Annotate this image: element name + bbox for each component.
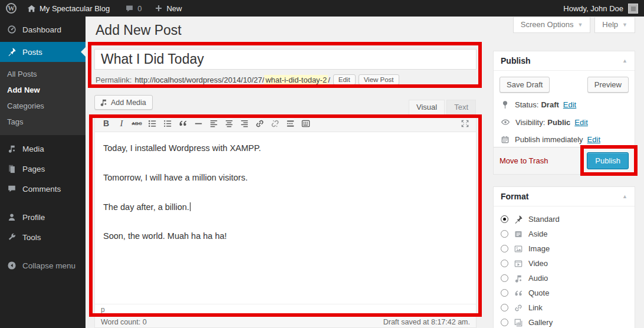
sidebar-item-label: Posts <box>22 48 42 57</box>
horizontal-rule-button[interactable] <box>190 116 206 130</box>
format-metabox-header[interactable]: Format ▲ <box>494 187 635 206</box>
sidebar-item-tools[interactable]: Tools <box>0 227 86 247</box>
word-count: Word count: 0 <box>101 318 147 326</box>
preview-button[interactable]: Preview <box>587 77 629 93</box>
collapse-menu-button[interactable]: Collapse menu <box>0 255 86 275</box>
read-more-button[interactable] <box>282 116 298 130</box>
publish-button[interactable]: Publish <box>587 152 629 169</box>
word-count-value: 0 <box>143 318 147 326</box>
admin-menu: Dashboard Posts All Posts Add New Catego… <box>0 17 86 328</box>
sidebar-item-posts[interactable]: Posts <box>0 42 86 62</box>
fullscreen-icon[interactable] <box>457 116 472 130</box>
site-name-link[interactable]: My Spectacular Blog <box>22 0 115 17</box>
format-option-standard[interactable]: Standard <box>501 212 627 227</box>
radio-gallery[interactable] <box>501 319 508 326</box>
wp-logo-menu[interactable]: W <box>0 0 22 17</box>
strikethrough-button[interactable]: ABC <box>129 116 144 130</box>
sidebar-item-label: Media <box>22 145 44 153</box>
move-to-trash-link[interactable]: Move to Trash <box>500 156 548 165</box>
comments-bubble-icon <box>125 4 134 13</box>
editor-paragraph: Today, I installed Wordpress with XAMPP. <box>103 142 468 155</box>
editor-element-path[interactable]: p <box>95 304 476 316</box>
format-option-label: Image <box>528 244 550 253</box>
insert-link-button[interactable] <box>252 116 267 130</box>
wordpress-add-new-post-screen: W My Spectacular Blog 0 New Howdy, John … <box>0 0 644 328</box>
radio-standard[interactable] <box>501 215 508 223</box>
publish-metabox-header[interactable]: Publish ▲ <box>494 51 635 71</box>
format-option-link[interactable]: Link <box>501 300 627 315</box>
format-option-gallery[interactable]: Gallery <box>501 315 627 328</box>
align-left-button[interactable] <box>206 116 221 130</box>
collapse-toggle-icon[interactable]: ▲ <box>622 58 627 64</box>
blockquote-button[interactable] <box>175 116 190 130</box>
permalink-row: Permalink: http://localhost/wordpress/20… <box>96 72 399 87</box>
save-draft-button[interactable]: Save Draft <box>500 77 550 93</box>
tab-visual[interactable]: Visual <box>409 100 445 115</box>
submenu-tags[interactable]: Tags <box>0 114 86 130</box>
format-option-label: Quote <box>528 288 549 297</box>
radio-aside[interactable] <box>501 230 508 238</box>
tab-text[interactable]: Text <box>446 100 476 115</box>
howdy-label: Howdy, John Doe <box>563 4 623 13</box>
screen-options-tab[interactable]: Screen Options ▼ <box>513 17 591 33</box>
radio-video[interactable] <box>501 260 508 267</box>
post-title-input[interactable] <box>94 49 477 70</box>
format-metabox: Format ▲ Standard Aside <box>493 186 635 328</box>
user-avatar <box>628 4 638 14</box>
radio-quote[interactable] <box>501 289 508 297</box>
radio-image[interactable] <box>501 245 508 252</box>
submenu-categories[interactable]: Categories <box>0 98 86 114</box>
bold-button[interactable]: B <box>98 116 114 130</box>
collapse-menu-label: Collapse menu <box>22 261 75 270</box>
format-option-video[interactable]: Video <box>501 256 627 271</box>
numbered-list-button[interactable] <box>160 116 175 130</box>
help-tab[interactable]: Help ▼ <box>594 17 635 33</box>
sidebar-item-label: Profile <box>22 213 45 222</box>
radio-link[interactable] <box>501 304 508 311</box>
image-icon <box>514 244 523 254</box>
sidebar-item-pages[interactable]: Pages <box>0 159 86 179</box>
align-right-button[interactable] <box>236 116 252 130</box>
pushpin-icon <box>514 215 523 224</box>
post-status-info: Word count: 0 Draft saved at 8:17:42 am. <box>95 316 476 327</box>
sidebar-item-label: Comments <box>22 185 61 193</box>
comments-count: 0 <box>137 4 142 13</box>
format-option-quote[interactable]: Quote <box>501 286 627 300</box>
view-post-button[interactable]: View Post <box>359 74 399 85</box>
edit-schedule-link[interactable]: Edit <box>587 135 600 144</box>
format-option-audio[interactable]: Audio <box>501 271 627 286</box>
radio-audio[interactable] <box>501 274 508 282</box>
toolbar-toggle-button[interactable] <box>298 116 313 130</box>
permalink-slug[interactable]: what-i-did-today-2 <box>264 75 328 85</box>
editor-paragraph: The day after, a billion. <box>103 201 468 214</box>
edit-visibility-link[interactable]: Edit <box>574 118 587 127</box>
submenu-add-new[interactable]: Add New <box>0 82 86 98</box>
edit-status-link[interactable]: Edit <box>563 100 576 109</box>
align-center-button[interactable] <box>221 116 236 130</box>
edit-permalink-button[interactable]: Edit <box>333 74 356 85</box>
gallery-icon <box>514 318 523 327</box>
calendar-icon <box>501 135 510 144</box>
sidebar-item-profile[interactable]: Profile <box>0 207 86 227</box>
format-option-aside[interactable]: Aside <box>501 227 627 241</box>
sidebar-item-media[interactable]: Media <box>0 139 86 159</box>
post-title-wrap <box>94 49 477 70</box>
collapse-toggle-icon[interactable]: ▲ <box>622 193 627 199</box>
admin-bar-account[interactable]: Howdy, John Doe <box>563 4 644 14</box>
format-option-label: Aside <box>528 229 548 238</box>
bulleted-list-button[interactable] <box>144 116 160 130</box>
post-visibility-row: Visibility: Public Edit <box>494 113 635 131</box>
remove-link-button[interactable] <box>267 116 282 130</box>
editor-content-area[interactable]: Today, I installed Wordpress with XAMPP.… <box>95 132 476 304</box>
sidebar-item-comments[interactable]: Comments <box>0 179 86 199</box>
screen-options-label: Screen Options <box>521 20 574 29</box>
format-option-image[interactable]: Image <box>501 241 627 256</box>
submenu-all-posts[interactable]: All Posts <box>0 66 86 82</box>
italic-button[interactable]: I <box>114 116 129 130</box>
major-publishing-actions: Move to Trash Publish <box>494 147 635 174</box>
home-icon <box>27 4 36 13</box>
sidebar-item-dashboard[interactable]: Dashboard <box>0 19 86 40</box>
admin-bar-new[interactable]: New <box>149 0 187 17</box>
admin-bar-comments[interactable]: 0 <box>120 0 147 17</box>
status-icon <box>501 100 510 109</box>
